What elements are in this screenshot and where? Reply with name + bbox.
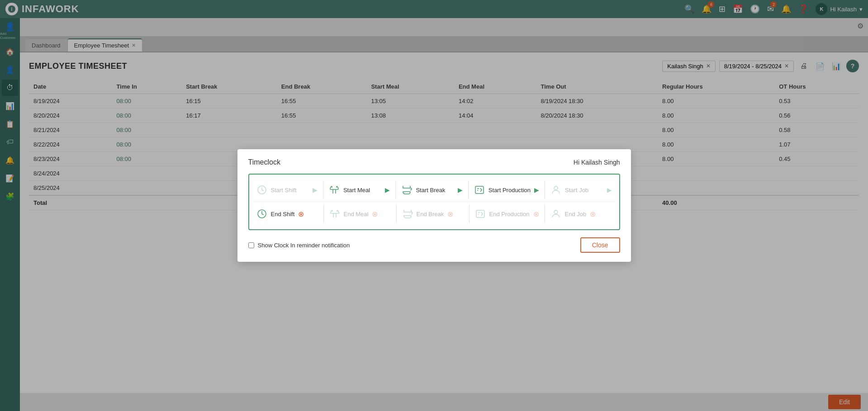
timeclock-grid: Start Shift ▶ Start Meal ▶ [248,174,620,230]
reminder-label-text: Show Clock In reminder notification [258,242,350,249]
divider-1 [323,181,323,199]
svg-rect-3 [475,186,484,194]
modal-user-greeting: Hi Kailash Singh [574,159,620,166]
start-job-label: Start Job [565,187,588,194]
start-break-icon [401,184,412,195]
timeclock-row-start: Start Shift ▶ Start Meal ▶ [253,178,616,202]
end-job-end-icon: ⊗ [590,210,596,218]
start-production-icon [474,184,485,195]
start-shift-button[interactable]: Start Shift ▶ [253,183,321,197]
end-job-icon [550,208,561,219]
start-break-arrow-icon: ▶ [458,186,463,194]
reminder-checkbox[interactable] [248,242,254,248]
start-shift-label: Start Shift [271,187,297,194]
divider-8 [545,205,545,223]
svg-point-4 [554,186,558,190]
end-break-icon [402,208,413,219]
divider-5 [323,205,324,223]
start-job-button[interactable]: Start Job ▶ [547,183,615,197]
start-production-label: Start Production [489,187,531,194]
end-break-end-icon: ⊗ [447,210,453,218]
svg-rect-6 [476,210,484,217]
timeclock-modal: Timeclock Hi Kailash Singh Start Shift ▶ [237,149,631,262]
end-shift-icon [256,208,267,219]
divider-2 [395,181,396,199]
divider-4 [545,181,545,199]
end-break-label: End Break [417,211,444,217]
divider-6 [396,205,397,223]
end-shift-label: End Shift [271,211,295,217]
start-shift-arrow-icon: ▶ [313,186,318,194]
modal-footer: Show Clock In reminder notification Clos… [248,237,620,253]
start-shift-icon [256,184,267,195]
end-meal-button[interactable]: End Meal ⊗ [326,207,394,221]
end-shift-button[interactable]: End Shift ⊗ [253,207,322,221]
end-production-end-icon: ⊗ [533,210,539,218]
start-meal-button[interactable]: Start Meal ▶ [325,183,394,197]
start-meal-icon [329,184,340,195]
end-meal-end-icon: ⊗ [372,210,378,218]
modal-title: Timeclock [248,158,280,166]
end-meal-label: End Meal [344,211,369,217]
start-break-label: Start Break [416,187,445,194]
end-shift-end-icon: ⊗ [298,210,304,218]
divider-7 [469,205,470,223]
end-job-button[interactable]: End Job ⊗ [547,207,616,221]
end-break-button[interactable]: End Break ⊗ [398,207,467,221]
modal-overlay: Timeclock Hi Kailash Singh Start Shift ▶ [0,0,868,411]
end-production-button[interactable]: End Production ⊗ [471,207,543,221]
end-meal-icon [329,208,340,219]
start-meal-arrow-icon: ▶ [385,186,390,194]
start-meal-label: Start Meal [343,187,370,194]
modal-header: Timeclock Hi Kailash Singh [248,158,620,166]
divider-3 [468,181,469,199]
close-button[interactable]: Close [580,237,620,253]
svg-point-7 [554,210,558,214]
timeclock-row-end: End Shift ⊗ End Meal ⊗ [253,202,616,226]
start-break-button[interactable]: Start Break ▶ [398,183,466,197]
start-production-button[interactable]: Start Production ▶ [470,183,543,197]
end-production-label: End Production [489,211,530,217]
end-production-icon [475,208,486,219]
reminder-checkbox-label[interactable]: Show Clock In reminder notification [248,242,350,249]
start-production-arrow-icon: ▶ [534,186,539,194]
end-job-label: End Job [565,211,587,217]
start-job-arrow-icon: ▶ [607,186,612,194]
start-job-icon [550,184,561,195]
